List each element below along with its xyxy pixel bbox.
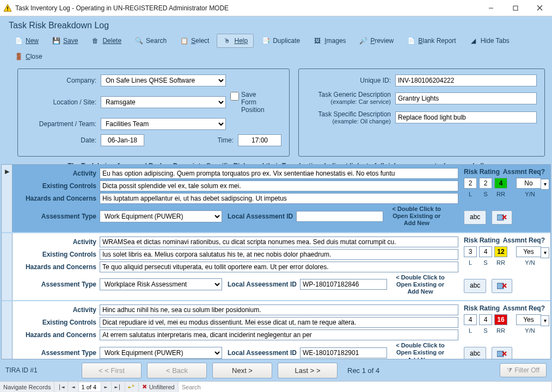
next-button[interactable]: Next > — [212, 363, 272, 378]
duplicate-button[interactable]: 📑Duplicate — [256, 34, 305, 47]
dbl-click-hint: < Double Click to Open Existing or Add N… — [390, 274, 450, 296]
delete-row-button[interactable] — [492, 279, 512, 293]
local-id-label: Local Assessment ID — [228, 213, 293, 220]
save-form-position[interactable]: Save Form Position — [230, 91, 272, 114]
time-input[interactable] — [238, 134, 281, 146]
department-select[interactable]: Facilities Team — [101, 118, 226, 130]
close-button[interactable] — [528, 0, 552, 16]
assessment-type-select[interactable]: Workplace Risk Assessment — [100, 278, 222, 290]
delete-row-button[interactable] — [492, 210, 512, 225]
svg-rect-2 — [7, 10, 8, 11]
local-id-input[interactable] — [300, 279, 387, 290]
assessment-required-select[interactable]: No — [516, 178, 541, 189]
rating-sublabels: LSRRY/N — [464, 259, 545, 266]
abc-button[interactable]: abc — [464, 347, 486, 359]
assessment-type-select[interactable]: Work Equipment (PUWER) — [100, 210, 222, 222]
hazards-label: Hazards and Concerns — [15, 195, 96, 202]
existing-controls-input[interactable] — [100, 249, 458, 260]
statusbar-next[interactable]: ► — [101, 382, 112, 392]
rating-s[interactable]: 4 — [479, 314, 492, 325]
minimize-button[interactable] — [479, 0, 503, 16]
svg-line-6 — [537, 5, 542, 10]
activity-input[interactable] — [100, 237, 458, 247]
save-position-checkbox[interactable] — [230, 92, 239, 101]
row-selector[interactable]: ▶ — [2, 165, 13, 232]
rating-rr[interactable]: 4 — [494, 178, 507, 189]
local-id-input[interactable] — [296, 211, 383, 222]
risk-item[interactable]: ActivityExisting ControlsHazards and Con… — [2, 301, 550, 359]
delete-row-button[interactable] — [492, 347, 512, 359]
generic-desc-input[interactable] — [395, 92, 537, 104]
search-button[interactable]: 🔍Search — [129, 34, 172, 47]
abc-button[interactable]: abc — [464, 210, 486, 225]
hazards-label: Hazards and Concerns — [15, 331, 96, 339]
date-input[interactable] — [101, 134, 144, 146]
rating-s[interactable]: 2 — [479, 178, 492, 189]
blank-report-button[interactable]: 📄Blank Report — [401, 34, 461, 47]
risk-item[interactable]: ActivityExisting ControlsHazards and Con… — [2, 233, 550, 302]
hazards-input[interactable] — [100, 193, 458, 204]
statusbar-unfiltered[interactable]: ✖Unfiltered — [139, 382, 179, 392]
risk-list[interactable]: ▶ActivityExisting ControlsHazards and Co… — [1, 164, 551, 359]
preview-button[interactable]: 🔎Preview — [354, 34, 400, 47]
images-button[interactable]: 🖼Images — [308, 34, 351, 47]
activity-input[interactable] — [100, 304, 458, 315]
first-button[interactable]: < < First — [82, 363, 142, 378]
assessment-required-select[interactable]: Yes — [516, 314, 541, 325]
new-button[interactable]: 📄New — [9, 34, 44, 47]
local-id-input[interactable] — [300, 347, 387, 358]
rating-rr[interactable]: 16 — [494, 314, 507, 325]
close-button-toolbar[interactable]: 🚪Close — [9, 50, 48, 63]
existing-controls-input[interactable] — [100, 317, 458, 328]
help-icon: 🖱 — [223, 36, 231, 45]
statusbar-position-input[interactable] — [79, 383, 101, 391]
delete-button[interactable]: 🗑Delete — [85, 34, 127, 47]
back-button[interactable]: < Back — [147, 363, 207, 378]
statusbar-search[interactable]: Search — [179, 382, 552, 392]
save-button[interactable]: 💾Save — [46, 34, 83, 47]
row-selector[interactable] — [2, 233, 13, 301]
assessment-type-select[interactable]: Work Equipment (PUWER) — [100, 347, 222, 359]
hazards-label: Hazards and Concerns — [15, 263, 96, 271]
hazards-input[interactable] — [100, 329, 458, 340]
rating-s[interactable]: 4 — [479, 246, 492, 257]
rating-l[interactable]: 3 — [464, 246, 477, 257]
specific-desc-input[interactable] — [395, 111, 537, 123]
time-label: Time: — [149, 136, 234, 144]
uid-input[interactable] — [395, 74, 537, 86]
filter-off-button[interactable]: ⧩ Filter Off — [500, 363, 547, 377]
last-button[interactable]: Last > > — [278, 363, 338, 378]
warning-icon — [3, 4, 12, 13]
rating-l[interactable]: 4 — [464, 314, 477, 325]
location-select[interactable]: Ramsgate — [101, 96, 226, 108]
rating-rr[interactable]: 12 — [494, 246, 507, 257]
statusbar-prev[interactable]: ◄ — [68, 382, 78, 392]
select-button[interactable]: 📋Select — [174, 34, 214, 47]
uid-label: Unique ID: — [306, 77, 391, 84]
maximize-button[interactable] — [503, 0, 528, 16]
images-icon: 🖼 — [313, 36, 322, 45]
preview-icon: 🔎 — [359, 36, 368, 45]
statusbar-last[interactable]: ►| — [112, 382, 125, 392]
assessment-required-select[interactable]: Yes — [516, 246, 541, 257]
close-icon: 🚪 — [14, 52, 23, 61]
tira-id: TIRA ID #1 — [5, 366, 76, 374]
svg-rect-4 — [513, 6, 518, 10]
svg-line-5 — [537, 5, 542, 10]
help-button[interactable]: 🖱Help — [217, 34, 254, 48]
assessment-type-label: Assessment Type — [15, 213, 96, 220]
risk-item[interactable]: ▶ActivityExisting ControlsHazards and Co… — [2, 165, 550, 233]
risk-rating-header: Risk Rating — [464, 168, 500, 176]
company-select[interactable]: On Safe Lines QHSE Software — [101, 74, 226, 86]
rating-l[interactable]: 2 — [464, 178, 477, 189]
hide-tabs-button[interactable]: ◢Hide Tabs — [464, 34, 515, 47]
abc-button[interactable]: abc — [464, 279, 486, 293]
row-selector[interactable] — [2, 301, 13, 359]
statusbar-new[interactable]: ►* — [125, 382, 139, 392]
hazards-input[interactable] — [100, 262, 458, 272]
company-label: Company: — [26, 77, 96, 84]
statusbar-first[interactable]: |◄ — [54, 382, 68, 392]
activity-input[interactable] — [100, 168, 458, 179]
rating-sublabels: LSRRY/N — [464, 327, 545, 334]
existing-controls-input[interactable] — [100, 181, 458, 191]
